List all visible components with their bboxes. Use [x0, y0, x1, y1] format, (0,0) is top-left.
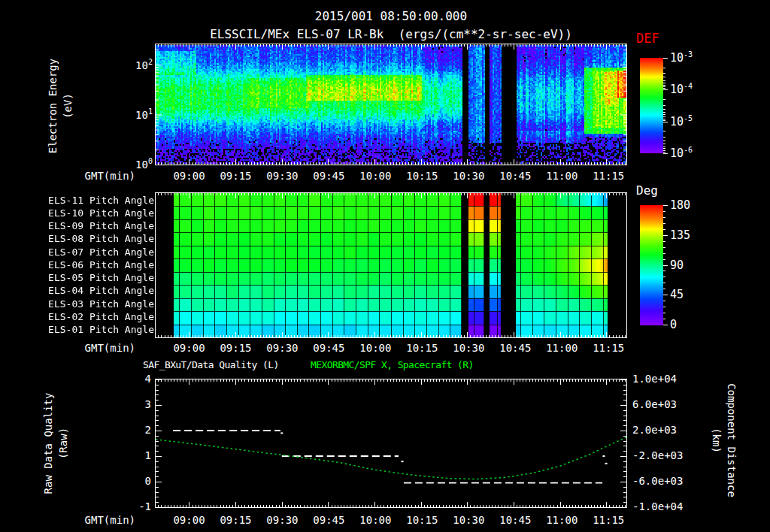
colorbar-tick: [663, 271, 665, 271]
colorbar-tick: [663, 58, 668, 59]
deg-colorbar: [640, 205, 663, 325]
colorbar-tick: [663, 114, 665, 115]
pitch-row-label: ELS-06 Pitch Angle: [30, 259, 154, 271]
colorbar-tick: [663, 105, 665, 106]
colorbar-tick: [663, 211, 665, 212]
time-tick-label: 11:15: [585, 342, 632, 354]
distance-y-axis-label: Component Distance (km): [709, 350, 739, 530]
energy-tick-label: 100: [114, 157, 153, 171]
colorbar-tick: [663, 289, 665, 289]
colorbar-tick: [663, 148, 665, 149]
colorbar-tick: [663, 112, 665, 113]
time-tick-label: 10:30: [445, 170, 492, 182]
time-tick-label: 11:15: [585, 514, 632, 526]
colorbar-tick: [663, 247, 665, 248]
pitch-row-label: ELS-10 Pitch Angle: [30, 207, 154, 219]
time-tick-label: 09:00: [166, 342, 213, 354]
deg-colorbar-tick-label: 135: [670, 228, 690, 242]
time-tick-label: 09:15: [212, 514, 259, 526]
spectrogram-y-axis-label-line1: Electron Energy: [45, 16, 60, 196]
colorbar-tick: [663, 235, 668, 236]
colorbar-tick: [663, 85, 665, 86]
colorbar-tick: [663, 253, 665, 254]
pitch-row-label: ELS-03 Pitch Angle: [30, 298, 154, 310]
quality-tick-label: 0: [114, 475, 151, 487]
def-colorbar: [640, 58, 663, 153]
colorbar-tick: [663, 89, 668, 90]
time-tick-label: 10:30: [445, 342, 492, 354]
deg-colorbar-title: Deg: [636, 183, 658, 198]
time-tick-label: 09:15: [212, 170, 259, 182]
quality-tick-label: 3: [114, 398, 151, 410]
time-tick-label: 09:00: [166, 170, 213, 182]
def-colorbar-tick-label: 10-3: [670, 50, 693, 65]
colorbar-tick: [663, 241, 665, 242]
colorbar-tick: [663, 150, 665, 151]
def-colorbar-tick-label: 10-4: [670, 82, 693, 96]
gmt-axis-label-1: GMT(min): [71, 170, 135, 182]
page-title-datetime: 2015/001 08:50:00.000: [156, 9, 626, 23]
time-tick-label: 09:45: [305, 170, 352, 182]
electron-energy-spectrogram: [155, 44, 627, 165]
colorbar-tick: [663, 265, 668, 266]
colorbar-tick: [663, 152, 665, 153]
colorbar-tick: [663, 307, 665, 307]
def-colorbar-title: DEF: [636, 31, 659, 46]
pitch-row-label: ELS-07 Pitch Angle: [30, 246, 154, 258]
colorbar-tick: [663, 73, 665, 74]
time-tick-label: 09:30: [259, 170, 305, 182]
quality-tick-label: 1: [114, 449, 151, 461]
distance-y-axis-label-line1: Component Distance: [724, 350, 739, 530]
colorbar-tick: [663, 119, 665, 119]
distance-tick-label: 1.0e+04: [632, 373, 700, 385]
deg-colorbar-tick-label: 45: [670, 288, 684, 301]
time-tick-label: 10:45: [492, 170, 538, 182]
time-tick-label: 11:00: [538, 170, 585, 182]
colorbar-tick: [663, 217, 665, 218]
colorbar-tick: [663, 68, 665, 68]
energy-tick-label: 102: [114, 58, 153, 71]
colorbar-tick: [663, 319, 665, 319]
colorbar-tick: [663, 295, 668, 295]
time-tick-label: 10:00: [352, 170, 399, 182]
time-tick-label: 09:15: [212, 342, 259, 354]
quality-spacecraft-plot: [155, 379, 627, 508]
time-tick-label: 09:30: [259, 342, 305, 354]
distance-tick-label: -6.0e+03: [632, 475, 700, 487]
colorbar-tick: [663, 301, 665, 301]
time-tick-label: 10:00: [352, 342, 399, 354]
colorbar-tick: [663, 86, 665, 87]
colorbar-tick: [663, 259, 665, 260]
distance-tick-label: -1.0e+04: [632, 500, 700, 512]
def-colorbar-tick-label: 10-5: [670, 114, 693, 128]
colorbar-tick: [663, 313, 665, 313]
colorbar-tick: [663, 88, 665, 89]
quality-tick-label: -1: [114, 500, 151, 512]
quality-tick-label: 4: [114, 373, 151, 385]
quality-y-axis-label-line2: (Raw): [56, 361, 71, 526]
colorbar-tick: [663, 325, 668, 325]
time-tick-label: 09:45: [305, 514, 352, 526]
page-title-source: ELSSCIL/MEx ELS-07 LR-Bk (ergs/(cm**2-sr…: [73, 27, 709, 41]
bottom-left-series-title: SAF_BXuT/Data Quality (L): [143, 359, 279, 370]
time-tick-label: 09:00: [166, 514, 213, 526]
colorbar-tick: [663, 137, 665, 138]
time-tick-label: 10:15: [399, 170, 445, 182]
pitch-row-label: ELS-09 Pitch Angle: [30, 220, 154, 231]
colorbar-tick: [663, 116, 665, 117]
deg-colorbar-tick-label: 90: [670, 258, 684, 272]
time-tick-label: 09:30: [259, 514, 305, 526]
distance-tick-label: 2.0e+03: [632, 424, 700, 436]
spectrogram-y-axis-label: Electron Energy (eV): [45, 16, 75, 196]
deg-colorbar-tick-label: 180: [670, 198, 690, 212]
colorbar-tick: [663, 147, 665, 147]
time-tick-label: 10:45: [492, 342, 538, 354]
time-tick-label: 10:00: [352, 514, 399, 526]
pitch-row-label: ELS-11 Pitch Angle: [30, 195, 154, 206]
gmt-axis-label-2: GMT(min): [71, 342, 135, 354]
quality-y-axis-label-line1: Raw Data Quality: [41, 361, 56, 526]
pitch-angle-heatmap: [155, 192, 627, 338]
colorbar-tick: [663, 205, 668, 206]
quality-y-axis-label: Raw Data Quality (Raw): [41, 361, 71, 526]
def-colorbar-tick-label: 10-6: [670, 146, 693, 160]
